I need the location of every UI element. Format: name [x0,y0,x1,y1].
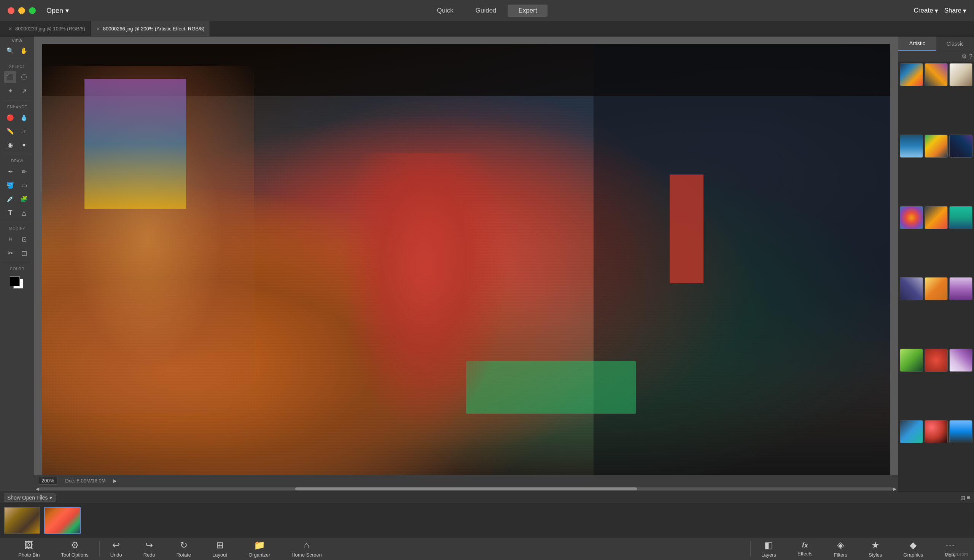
red-door [670,175,703,283]
graphic-thumb-17[interactable] [924,420,948,443]
share-button[interactable]: Share ▾ [944,7,966,15]
color-section-label: COLOR [0,267,34,271]
clone-stamp-button[interactable]: 🧩 [18,193,30,205]
burn-button[interactable]: ● [18,139,30,151]
straighten-button[interactable]: ◫ [18,247,30,259]
graphic-thumb-18[interactable] [949,420,972,443]
zoom-tool-button[interactable]: 🔍 [4,45,17,57]
divider-5 [3,262,31,262]
photo-thumb-1[interactable] [4,507,40,534]
content-aware-button[interactable]: ✂ [4,247,17,259]
open-button[interactable]: Open ▾ [43,5,72,17]
panel-settings-icon[interactable]: ⚙ [961,53,967,60]
organizer-button[interactable]: 📁 Organizer [238,540,281,558]
home-screen-button[interactable]: ⌂ Home Screen [281,540,332,558]
recompose-button[interactable]: ⊡ [18,233,30,245]
graphic-thumb-13[interactable] [900,348,923,372]
tool-options-button[interactable]: ⚙ Tool Options [50,540,99,558]
graphic-thumb-14[interactable] [924,348,948,372]
red-eye-button[interactable]: 🔴 [4,112,17,123]
graphic-thumb-16[interactable] [900,420,923,443]
crop-button[interactable]: ⌗ [4,233,17,245]
fullscreen-button[interactable] [29,7,36,14]
scroll-left-icon[interactable]: ◀ [36,486,39,492]
graphic-thumb-9[interactable] [949,206,972,229]
layout-button[interactable]: ⊞ Layout [202,540,238,558]
rotate-button[interactable]: ↻ Rotate [166,540,202,558]
photo-bin-grid-icon[interactable]: ⊞ [960,494,965,502]
graphic-thumb-12[interactable] [949,277,972,300]
graphic-thumb-5[interactable] [924,135,948,158]
quick-selection-button[interactable]: ↗ [18,85,30,97]
photo-thumb-2[interactable] [44,507,81,534]
graphic-thumb-1[interactable] [900,63,923,86]
smudge-button[interactable]: ☞ [18,125,30,137]
marquee-tool-button[interactable]: ⬛ [4,71,17,83]
undo-label: Undo [110,552,122,558]
scroll-thumb-h[interactable] [295,487,637,490]
photo-bin-button[interactable]: 🖼 Photo Bin [8,540,50,558]
tab-2-close-icon[interactable]: ✕ [96,26,100,32]
photo-bin-area: Show Open Files ▾ ⊞ ≡ [0,492,974,537]
redo-button[interactable]: ↪ Redo [133,540,166,558]
filters-button[interactable]: ◈ Filters [823,540,858,558]
graphic-thumb-2[interactable] [924,63,948,86]
canvas-scrollbar-h[interactable]: ◀ ▶ [34,486,898,492]
create-button[interactable]: Create ▾ [914,7,938,15]
layers-icon: ◧ [764,540,773,550]
lasso-tool-button[interactable]: ⌖ [4,85,17,97]
sharpen-button[interactable]: ✏️ [4,125,17,137]
dodge-button[interactable]: ◉ [4,139,17,151]
tab-bar: ✕ 80000233.jpg @ 100% (RGB/8) ✕ 80000266… [0,21,974,37]
guided-mode-button[interactable]: Guided [465,5,507,17]
graphics-button[interactable]: ◆ Graphics [892,540,934,558]
graphic-thumb-4[interactable] [900,135,923,158]
quick-mode-button[interactable]: Quick [426,5,464,17]
graphic-thumb-15[interactable] [949,348,972,372]
redo-label: Redo [144,552,155,558]
graphic-thumb-11[interactable] [924,277,948,300]
panel-help-icon[interactable]: ? [969,53,972,60]
more-button[interactable]: ⋯ More [934,540,966,558]
tab-2[interactable]: ✕ 80000266.jpg @ 200% (Artistic Effect, … [91,21,211,36]
artistic-tab[interactable]: Artistic [898,37,936,51]
graphic-thumb-8[interactable] [924,206,948,229]
view-section-label: VIEW [0,37,34,44]
effects-button[interactable]: fx Effects [787,542,823,557]
brush-button[interactable]: ✒ [4,165,17,178]
show-open-files-dropdown[interactable]: Show Open Files ▾ [4,493,55,502]
close-button[interactable] [8,7,15,14]
blur-tool-button[interactable]: 💧 [18,112,30,123]
scroll-arrow-icon[interactable]: ▶ [113,478,117,483]
eyedropper-button[interactable]: 💉 [4,193,17,205]
modify-tools-row1: ⌗ ⊡ [0,233,34,245]
paint-bucket-button[interactable]: 🪣 [4,179,17,191]
share-label: Share [944,7,961,15]
photo-bin-list-icon[interactable]: ≡ [967,494,970,502]
graphic-thumb-6[interactable] [949,135,972,158]
hand-tool-button[interactable]: ✋ [18,45,30,57]
graphic-thumb-3[interactable] [949,63,972,86]
graphic-thumb-10[interactable] [900,277,923,300]
expert-mode-button[interactable]: Expert [508,5,548,17]
classic-tab[interactable]: Classic [936,37,974,51]
tab-1[interactable]: ✕ 80000233.jpg @ 100% (RGB/8) [3,21,91,36]
rectangle-button[interactable]: ▭ [18,179,30,191]
canvas-content[interactable]: 200% Doc: 8.00M/16.0M ▶ [34,37,898,486]
pencil-button[interactable]: ✏ [18,165,30,178]
ellipse-tool-button[interactable]: 〇 [18,71,30,83]
shape-button[interactable]: △ [18,207,30,218]
graphic-thumb-7[interactable] [900,206,923,229]
foreground-color-swatch[interactable] [10,277,20,286]
type-button[interactable]: T [4,207,17,218]
draw-tools-row2: 🪣 ▭ [0,179,34,191]
undo-button[interactable]: ↩ Undo [100,540,133,558]
art-layer [42,44,890,478]
styles-button[interactable]: ★ Styles [858,540,892,558]
scroll-right-icon[interactable]: ▶ [893,486,896,492]
scroll-track-h[interactable] [39,487,893,490]
minimize-button[interactable] [18,7,25,14]
show-open-files-chevron-icon: ▾ [50,495,52,501]
tab-1-close-icon[interactable]: ✕ [8,26,12,32]
layers-button[interactable]: ◧ Layers [751,540,787,558]
